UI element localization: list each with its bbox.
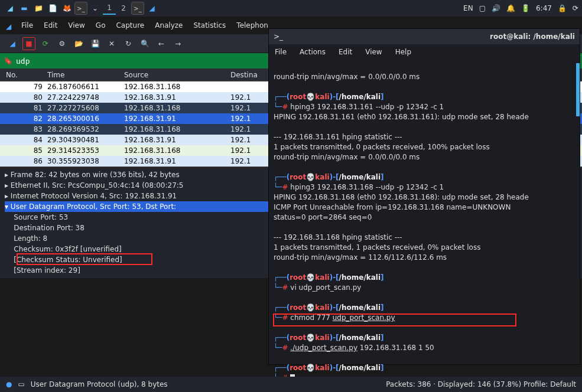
close-icon[interactable]: ✕ <box>105 37 118 50</box>
menu-go[interactable]: Go <box>96 21 106 30</box>
status-right: Packets: 386 · Displayed: 146 (37.8%) Pr… <box>386 380 576 388</box>
menu-file[interactable]: File <box>21 21 33 30</box>
term-line: --- 192.168.31.168 hping statistic --- <box>274 233 402 241</box>
term-cmd: hping3 192.168.31.161 --udp -p 12342 -c … <box>290 103 444 111</box>
status-edit-icon[interactable]: ▭ <box>18 380 24 388</box>
terminal-title: root@kali: /home/kali <box>490 32 575 41</box>
reload-icon[interactable]: ↻ <box>122 37 135 50</box>
taskbar-right: EN ▢ 🔊 🔔 🔋 6:47 🔒 ⟳ <box>463 4 578 12</box>
lock-icon[interactable]: 🔒 <box>558 4 567 12</box>
term-line: round-trip min/avg/max = 112.6/112.6/112… <box>274 253 447 262</box>
menu-statistics[interactable]: Statistics <box>193 21 226 30</box>
term-menu-actions[interactable]: Actions <box>300 48 326 56</box>
col-time[interactable]: Time <box>47 71 124 79</box>
term-cmd: vi udp_port_scan.py <box>290 283 361 292</box>
term-menu-view[interactable]: View <box>365 48 382 56</box>
terminal-task-icon[interactable]: >_ <box>131 2 144 15</box>
next-icon[interactable]: → <box>171 37 184 50</box>
menu-capture[interactable]: Capture <box>116 21 144 30</box>
term-line: HPING 192.168.31.161 (eth0 192.168.31.16… <box>274 113 529 121</box>
terminal-body[interactable]: round-trip min/avg/max = 0.0/0.0/0.0 ms … <box>269 60 580 392</box>
firefox-icon[interactable]: 🦊 <box>60 2 73 15</box>
start-capture-icon[interactable]: ◢ <box>6 37 19 50</box>
power-icon[interactable]: ⟳ <box>573 4 578 12</box>
menu-telephony[interactable]: Telephon <box>236 21 268 30</box>
menu-analyze[interactable]: Analyze <box>155 21 183 30</box>
term-line: 1 packets transmitted, 0 packets receive… <box>274 143 490 151</box>
term-cmd: ./udp_port_scan.py 192.168.31.168 1 50 <box>290 344 434 352</box>
open-icon[interactable]: 📂 <box>72 37 85 50</box>
term-line: round-trip min/avg/max = 0.0/0.0/0.0 ms <box>274 153 420 161</box>
display-icon[interactable]: ▢ <box>479 4 486 12</box>
terminal-window: >_ root@kali: /home/kali File Actions Ed… <box>268 28 580 365</box>
wireshark-statusbar: ● ▭ User Datagram Protocol (udp), 8 byte… <box>0 377 582 392</box>
clock[interactable]: 6:47 <box>536 4 552 12</box>
term-line: round-trip min/avg/max = 0.0/0.0/0.0 ms <box>274 73 420 81</box>
notification-icon[interactable]: 🔔 <box>506 4 515 12</box>
restart-capture-icon[interactable]: ⟳ <box>39 37 52 50</box>
save-icon[interactable]: 💾 <box>89 37 102 50</box>
workspace-1[interactable]: 1 <box>103 2 116 15</box>
terminal-scrollbar[interactable] <box>576 63 580 116</box>
taskbar: ◢ ▬ 📁 📄 🦊 >_ ⌄ 1 2 >_ ◢ EN ▢ 🔊 🔔 🔋 6:47 … <box>0 0 582 17</box>
term-cmd: hping3 192.168.31.168 --udp -p 12342 -c … <box>290 183 444 191</box>
status-left: ● ▭ User Datagram Protocol (udp), 8 byte… <box>6 380 168 388</box>
menu-edit[interactable]: Edit <box>44 21 57 30</box>
bookmark-icon[interactable]: 🔖 <box>4 57 12 65</box>
status-indicator-icon: ● <box>6 380 12 388</box>
col-no[interactable]: No. <box>0 71 47 79</box>
term-menu-edit[interactable]: Edit <box>339 48 352 56</box>
cherrytree-icon[interactable]: 📄 <box>46 2 59 15</box>
taskbar-left: ◢ ▬ 📁 📄 🦊 >_ ⌄ 1 2 >_ ◢ <box>4 2 158 15</box>
kali-menu-icon[interactable]: ◢ <box>4 2 17 15</box>
term-line: --- 192.168.31.161 hping statistic --- <box>274 133 402 141</box>
term-line: HPING 192.168.31.168 (eth0 192.168.31.16… <box>274 193 529 201</box>
term-cmd: chmod 777 udp_port_scan.py <box>290 313 395 322</box>
terminal-titlebar[interactable]: >_ root@kali: /home/kali <box>269 29 580 44</box>
find-icon[interactable]: 🔍 <box>138 37 151 50</box>
chevron-down-icon[interactable]: ⌄ <box>89 2 102 15</box>
volume-icon[interactable]: 🔊 <box>492 4 500 12</box>
term-menu-file[interactable]: File <box>275 48 287 56</box>
term-line: ICMP Port Unreachable from ip=192.168.31… <box>274 203 511 211</box>
battery-icon[interactable]: 🔋 <box>521 4 530 12</box>
term-menu-help[interactable]: Help <box>395 48 411 56</box>
folder-icon[interactable]: ▬ <box>18 2 31 15</box>
status-text: User Datagram Protocol (udp), 8 bytes <box>31 380 168 388</box>
stop-capture-icon[interactable]: ■ <box>22 37 35 50</box>
options-icon[interactable]: ⚙ <box>56 37 69 50</box>
lang-indicator[interactable]: EN <box>463 4 473 12</box>
terminal-app-icon: >_ <box>274 32 283 41</box>
term-line: status=0 port=2864 seq=0 <box>274 213 372 221</box>
col-source[interactable]: Source <box>124 71 230 79</box>
term-line: 1 packets transmitted, 1 packets receive… <box>274 243 480 251</box>
menu-view[interactable]: View <box>68 21 84 30</box>
terminal-menubar: File Actions Edit View Help <box>269 44 580 60</box>
workspace-2[interactable]: 2 <box>117 2 130 15</box>
prev-icon[interactable]: ← <box>155 37 168 50</box>
terminal-launcher-icon[interactable]: >_ <box>74 2 87 15</box>
wireshark-task-icon[interactable]: ◢ <box>145 2 158 15</box>
files-icon[interactable]: 📁 <box>32 2 45 15</box>
wireshark-logo-icon: ◢ <box>6 22 20 37</box>
